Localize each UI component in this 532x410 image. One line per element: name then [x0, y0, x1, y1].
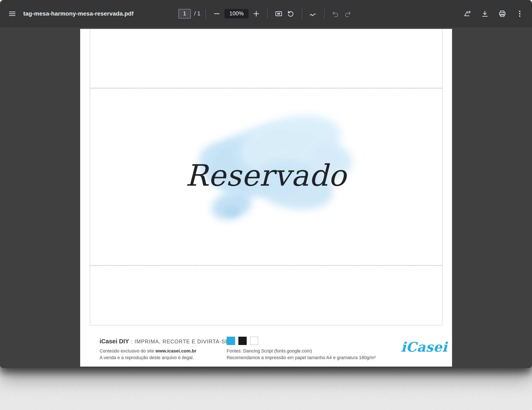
pdf-page: Reservado iCasei DIY : IMPRIMA, RECORTE … [80, 29, 452, 367]
footer-brand: iCasei DIY [100, 338, 129, 345]
pdf-viewer-area: Reservado iCasei DIY : IMPRIMA, RECORTE … [0, 27, 532, 368]
rotate-icon[interactable] [285, 8, 297, 20]
toolbar-divider [205, 9, 206, 19]
toolbar-divider [267, 9, 268, 19]
footer-print-note: Recomendamos a impressão em papel tamanh… [227, 355, 376, 360]
download-icon[interactable] [479, 8, 491, 20]
zoom-out-icon[interactable] [211, 8, 223, 20]
cut-line-bottom [90, 265, 443, 266]
cut-line-top [90, 88, 443, 88]
pdf-toolbar: tag-mesa-harmony-mesa-reservada.pdf / 1 … [0, 0, 532, 27]
page-count-label: / 1 [194, 10, 200, 17]
zoom-in-icon[interactable] [250, 8, 262, 20]
footer-exclusive-line: Conteúdo exclusivo do site www.icasei.co… [100, 348, 196, 354]
reserved-card-text: Reservado [80, 159, 452, 192]
undo-icon[interactable] [330, 8, 342, 20]
color-swatch-black [238, 337, 247, 345]
color-swatch-blue [227, 337, 235, 345]
redo-icon[interactable] [342, 8, 354, 20]
page-number-input[interactable] [178, 9, 191, 19]
footer-fonts-note: Fontes: Dancing Script (fonts.google.com… [227, 348, 312, 354]
color-swatches [227, 337, 258, 345]
footer-site-url: www.icasei.com.br [155, 348, 196, 353]
footer-legal-line: A venda e a reprodução deste arquivo é i… [100, 355, 194, 360]
footer-tagline: : IMPRIMA, RECORTE E DIVIRTA-SE! [131, 339, 231, 344]
more-options-icon[interactable] [514, 8, 526, 20]
fit-page-icon[interactable] [273, 8, 285, 20]
color-swatch-white [250, 337, 258, 345]
icasei-logo: iCasei [401, 339, 447, 355]
pdf-viewer-window: tag-mesa-harmony-mesa-reservada.pdf / 1 … [0, 0, 532, 368]
annotate-icon[interactable] [307, 8, 319, 20]
toolbar-divider [324, 9, 324, 19]
toolbar-divider [302, 9, 302, 19]
desktop-noise-texture [0, 361, 532, 410]
add-to-drive-icon[interactable] [461, 8, 474, 20]
document-filename: tag-mesa-harmony-mesa-reservada.pdf [23, 10, 133, 17]
screenshot-stage: tag-mesa-harmony-mesa-reservada.pdf / 1 … [0, 0, 532, 410]
footer-exclusive-prefix: Conteúdo exclusivo do site [100, 348, 155, 353]
print-icon[interactable] [496, 8, 508, 20]
zoom-level-value[interactable]: 100% [225, 9, 248, 19]
menu-icon[interactable] [6, 8, 18, 20]
footer-brand-line: iCasei DIY : IMPRIMA, RECORTE E DIVIRTA-… [100, 338, 231, 345]
